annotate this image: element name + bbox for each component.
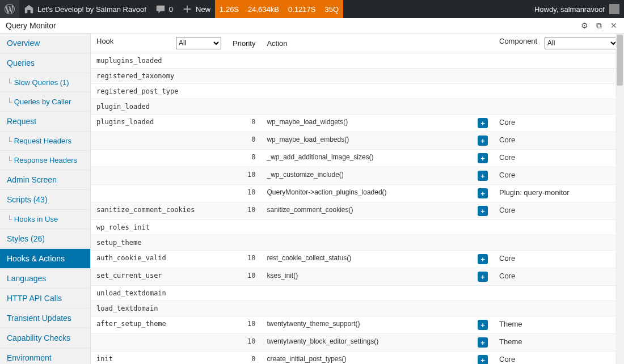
component-cell bbox=[494, 53, 624, 69]
component-cell: Core bbox=[494, 167, 624, 185]
col-hook: Hook All bbox=[91, 33, 227, 53]
adminbar-left: Let's Develop! by Salman Ravoof 0 New 1.… bbox=[0, 0, 343, 18]
table-row: 0wp_maybe_load_embeds()+Core bbox=[91, 132, 624, 150]
expand-button[interactable]: + bbox=[478, 136, 488, 146]
expand-button[interactable]: + bbox=[478, 355, 488, 364]
priority-cell bbox=[227, 235, 261, 251]
component-cell: Core bbox=[494, 202, 624, 220]
qm-stat-dbtime: 0.1217S bbox=[284, 5, 320, 14]
col-component: Component All bbox=[494, 33, 624, 53]
adminbar-right: Howdy, salmanravoof bbox=[534, 4, 624, 14]
hook-cell: plugin_loaded bbox=[91, 99, 227, 115]
sidebar-item[interactable]: Response Headers bbox=[0, 151, 90, 170]
component-cell: Core bbox=[494, 268, 624, 286]
component-cell bbox=[494, 84, 624, 99]
expand-button[interactable]: + bbox=[478, 153, 488, 163]
sidebar-item[interactable]: Hooks in Use bbox=[0, 210, 90, 229]
component-cell: Theme bbox=[494, 334, 624, 352]
sidebar-item[interactable]: Request Headers bbox=[0, 132, 90, 151]
expand-button[interactable]: + bbox=[478, 206, 488, 216]
sidebar-item[interactable]: Request bbox=[0, 112, 90, 132]
sidebar-item[interactable]: Transient Updates bbox=[0, 308, 90, 328]
table-row: 10QueryMonitor->action_plugins_loaded()+… bbox=[91, 185, 624, 202]
component-cell bbox=[494, 235, 624, 251]
comment-icon bbox=[155, 4, 166, 14]
priority-cell: 10 bbox=[227, 316, 261, 334]
sidebar-item[interactable]: Slow Queries (1) bbox=[0, 73, 90, 92]
sidebar-item[interactable]: Environment bbox=[0, 348, 90, 364]
sidebar-item[interactable]: Scripts (43) bbox=[0, 190, 90, 210]
priority-cell: 10 bbox=[227, 167, 261, 185]
site-name[interactable]: Let's Develop! by Salman Ravoof bbox=[19, 0, 151, 18]
table-row: wp_roles_init bbox=[91, 220, 624, 235]
new-content[interactable]: New bbox=[178, 0, 215, 18]
priority-cell: 0 bbox=[227, 115, 261, 132]
sidebar-item[interactable]: Styles (26) bbox=[0, 229, 90, 249]
action-cell bbox=[261, 53, 494, 69]
hook-cell: registered_post_type bbox=[91, 84, 227, 99]
table-row: sanitize_comment_cookies10sanitize_comme… bbox=[91, 202, 624, 220]
comments-link[interactable]: 0 bbox=[151, 0, 178, 18]
wp-logo[interactable] bbox=[0, 0, 19, 18]
table-row: load_textdomain bbox=[91, 301, 624, 316]
hook-cell: setup_theme bbox=[91, 235, 227, 251]
component-cell bbox=[494, 220, 624, 235]
popout-button[interactable]: ⧉ bbox=[592, 19, 606, 32]
expand-button[interactable]: + bbox=[478, 320, 488, 330]
priority-cell bbox=[227, 53, 261, 69]
expand-button[interactable]: + bbox=[478, 337, 488, 348]
qm-stats[interactable]: 1.26S 24,634kB 0.1217S 35Q bbox=[215, 0, 343, 18]
action-cell: kses_init()+ bbox=[261, 268, 494, 286]
table-row: 10twentytwenty_block_editor_settings()+T… bbox=[91, 334, 624, 352]
hook-cell: load_textdomain bbox=[91, 301, 227, 316]
sidebar-item[interactable]: Queries bbox=[0, 53, 90, 73]
action-cell: QueryMonitor->action_plugins_loaded()+ bbox=[261, 185, 494, 202]
popout-icon: ⧉ bbox=[596, 21, 602, 31]
howdy-text[interactable]: Howdy, salmanravoof bbox=[534, 5, 605, 14]
sidebar-item[interactable]: Overview bbox=[0, 33, 90, 53]
settings-button[interactable]: ⚙ bbox=[577, 19, 591, 32]
close-button[interactable]: ✕ bbox=[607, 19, 621, 32]
table-row: init0create_initial_post_types()+Core bbox=[91, 352, 624, 365]
action-cell: sanitize_comment_cookies()+ bbox=[261, 202, 494, 220]
qm-panel-header: Query Monitor ⚙ ⧉ ✕ bbox=[0, 18, 624, 33]
scrollbar-thumb[interactable] bbox=[617, 35, 623, 86]
hook-filter[interactable]: All bbox=[176, 37, 221, 49]
qm-stat-memory: 24,634kB bbox=[243, 5, 284, 14]
expand-button[interactable]: + bbox=[478, 171, 488, 181]
sidebar-item[interactable]: Admin Screen bbox=[0, 170, 90, 190]
action-cell: wp_maybe_load_widgets()+ bbox=[261, 115, 494, 132]
sidebar-item[interactable]: Capability Checks bbox=[0, 328, 90, 348]
plus-icon bbox=[182, 4, 192, 14]
action-cell bbox=[261, 286, 494, 301]
expand-button[interactable]: + bbox=[478, 272, 488, 282]
action-cell bbox=[261, 235, 494, 251]
component-cell: Core bbox=[494, 115, 624, 132]
sidebar-item[interactable]: Hooks & Actions bbox=[0, 249, 90, 269]
table-row: registered_taxonomy bbox=[91, 69, 624, 84]
hook-cell bbox=[91, 334, 227, 352]
gear-icon: ⚙ bbox=[581, 21, 588, 30]
component-filter[interactable]: All bbox=[545, 37, 618, 49]
expand-button[interactable]: + bbox=[478, 118, 488, 128]
action-cell: _wp_customize_include()+ bbox=[261, 167, 494, 185]
priority-cell: 10 bbox=[227, 268, 261, 286]
table-row: plugin_loaded bbox=[91, 99, 624, 115]
expand-button[interactable]: + bbox=[478, 254, 488, 264]
scrollbar-track[interactable] bbox=[615, 33, 624, 364]
hook-cell: unload_textdomain bbox=[91, 286, 227, 301]
sidebar-item[interactable]: Languages bbox=[0, 269, 90, 289]
hook-cell: sanitize_comment_cookies bbox=[91, 202, 227, 220]
qm-sidebar: OverviewQueriesSlow Queries (1)Queries b… bbox=[0, 33, 91, 364]
table-row: 10_wp_customize_include()+Core bbox=[91, 167, 624, 185]
sidebar-item[interactable]: Queries by Caller bbox=[0, 92, 90, 112]
priority-cell bbox=[227, 286, 261, 301]
close-icon: ✕ bbox=[610, 21, 617, 30]
avatar[interactable] bbox=[609, 4, 619, 14]
sidebar-item[interactable]: HTTP API Calls bbox=[0, 289, 90, 308]
priority-cell: 10 bbox=[227, 202, 261, 220]
expand-button[interactable]: + bbox=[478, 188, 488, 198]
priority-cell bbox=[227, 99, 261, 115]
component-cell: Core bbox=[494, 150, 624, 167]
hook-cell bbox=[91, 150, 227, 167]
